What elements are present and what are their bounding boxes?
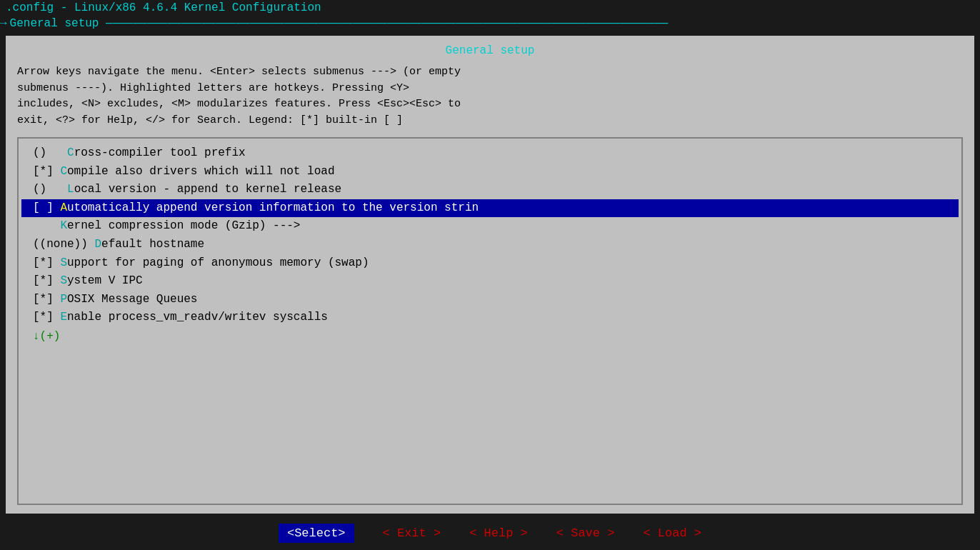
- help-line-4: exit, <?> for Help, </> for Search. Lege…: [17, 113, 963, 129]
- prefix-1: [*]: [33, 165, 60, 178]
- breadcrumb-line: ————————————————————————————————————————…: [99, 17, 668, 30]
- prefix-6: [*]: [33, 256, 60, 269]
- prefix-3: [ ]: [33, 201, 60, 214]
- menu-box: () Cross-compiler tool prefix [*] Compil…: [17, 137, 963, 505]
- breadcrumb-arrow: →: [0, 17, 7, 30]
- scroll-text: ↓(+): [33, 330, 60, 343]
- label-3: utomatically append version information …: [67, 201, 479, 214]
- hotkey-2: L: [67, 183, 74, 196]
- hotkey-4: K: [60, 219, 67, 232]
- menu-item-0[interactable]: () Cross-compiler tool prefix: [21, 144, 959, 163]
- menu-item-9[interactable]: [*] Enable process_vm_readv/writev sysca…: [21, 309, 959, 327]
- menu-item-1[interactable]: [*] Compile also drivers which will not …: [21, 163, 959, 181]
- help-line-2: submenus ----). Highlighted letters are …: [17, 81, 963, 97]
- help-line-3: includes, <N> excludes, <M> modularizes …: [17, 96, 963, 113]
- hotkey-5: D: [94, 238, 101, 251]
- help-line-1: Arrow keys navigate the menu. <Enter> se…: [17, 64, 963, 81]
- save-button[interactable]: < Save >: [556, 526, 615, 540]
- label-5: efault hostname: [101, 238, 204, 251]
- hotkey-7: S: [60, 274, 67, 287]
- label-1: ompile also drivers which will not load: [67, 165, 334, 178]
- dialog-title: General setup: [17, 44, 963, 57]
- help-button[interactable]: < Help >: [469, 526, 528, 540]
- prefix-9: [*]: [33, 311, 60, 324]
- menu-item-7[interactable]: [*] System V IPC: [21, 272, 959, 291]
- exit-button[interactable]: < Exit >: [383, 526, 441, 540]
- menu-item-6[interactable]: [*] Support for paging of anonymous memo…: [21, 254, 959, 273]
- label-9: nable process_vm_readv/writev syscalls: [67, 311, 328, 324]
- prefix-0: (): [33, 146, 67, 159]
- menu-item-3[interactable]: [ ] Automatically append version informa…: [21, 199, 959, 218]
- prefix-7: [*]: [33, 274, 60, 287]
- hotkey-3: A: [60, 201, 67, 214]
- hotkey-0: C: [67, 146, 74, 159]
- select-button[interactable]: <Select>: [279, 524, 354, 543]
- app: .config - Linux/x86 4.6.4 Kernel Configu…: [0, 0, 980, 550]
- label-8: OSIX Message Queues: [67, 293, 197, 306]
- load-button[interactable]: < Load >: [643, 526, 701, 540]
- main-content: General setup Arrow keys navigate the me…: [6, 36, 974, 514]
- label-7: ystem V IPC: [67, 274, 143, 287]
- hotkey-6: S: [60, 256, 67, 269]
- title-bar: .config - Linux/x86 4.6.4 Kernel Configu…: [0, 0, 980, 16]
- menu-item-4[interactable]: Kernel compression mode (Gzip) --->: [21, 217, 959, 236]
- hotkey-1: C: [60, 165, 67, 178]
- label-2: ocal version - append to kernel release: [74, 183, 341, 196]
- menu-item-5[interactable]: ((none)) Default hostname: [21, 236, 959, 254]
- breadcrumb-path: General setup: [10, 17, 99, 30]
- label-0: ross-compiler tool prefix: [74, 146, 246, 159]
- title-text: .config - Linux/x86 4.6.4 Kernel Configu…: [6, 1, 321, 14]
- breadcrumb-bar: → General setup ————————————————————————…: [0, 16, 980, 33]
- indent-4: [33, 219, 60, 232]
- menu-item-8[interactable]: [*] POSIX Message Queues: [21, 291, 959, 309]
- button-bar: <Select> < Exit > < Help > < Save > < Lo…: [0, 516, 980, 550]
- scroll-indicator: ↓(+): [21, 327, 959, 346]
- help-text: Arrow keys navigate the menu. <Enter> se…: [17, 64, 963, 129]
- hotkey-9: E: [60, 311, 67, 324]
- menu-item-2[interactable]: () Local version - append to kernel rele…: [21, 181, 959, 199]
- prefix-2: (): [33, 183, 67, 196]
- label-6: upport for paging of anonymous memory (s…: [67, 256, 369, 269]
- prefix-5: ((none)): [33, 238, 94, 251]
- label-4: ernel compression mode (Gzip) --->: [67, 219, 300, 232]
- hotkey-8: P: [60, 293, 67, 306]
- prefix-8: [*]: [33, 293, 60, 306]
